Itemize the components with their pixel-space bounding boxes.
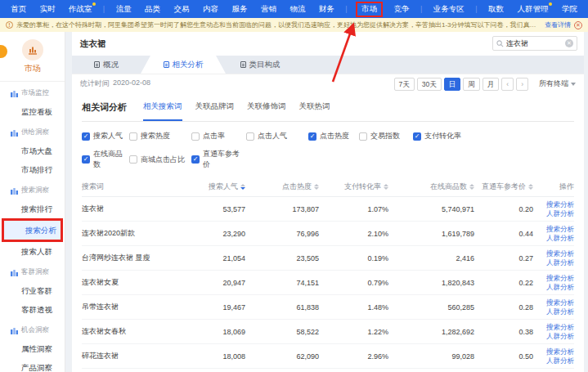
- keyword-cell: 连衣裙: [82, 204, 180, 214]
- column-header-搜索人气[interactable]: 搜索人气: [180, 182, 245, 192]
- date-controls: 7天30天日周月‹› 所有终端: [394, 78, 576, 91]
- nav-item-取数[interactable]: 取数: [486, 2, 506, 16]
- clear-search-icon[interactable]: ✕: [565, 39, 573, 47]
- range-button-7天[interactable]: 7天: [394, 78, 415, 91]
- sidebar-item-搜索分析[interactable]: 搜索分析: [4, 221, 61, 240]
- filter-点击率[interactable]: 点击率: [191, 131, 246, 141]
- action-link-人群分析[interactable]: 人群分析: [546, 307, 574, 316]
- nav-item-内容[interactable]: 内容: [200, 2, 221, 16]
- nav-item-物流[interactable]: 物流: [287, 2, 307, 16]
- nav-item-实时[interactable]: 实时: [37, 2, 57, 16]
- filter-点击人气[interactable]: 点击人气: [246, 131, 308, 141]
- nav-item-业务专区[interactable]: 业务专区: [431, 2, 467, 16]
- prev-button[interactable]: ‹: [501, 78, 514, 91]
- action-link-搜索分析[interactable]: 搜索分析: [546, 347, 574, 356]
- column-header-在线商品数[interactable]: 在线商品数: [388, 182, 474, 192]
- granularity-button-周[interactable]: 周: [463, 78, 480, 91]
- checkbox-搜索热度[interactable]: [129, 132, 137, 141]
- action-link-搜索分析[interactable]: 搜索分析: [546, 200, 574, 209]
- filter-点击热度[interactable]: ✓点击热度: [308, 131, 359, 141]
- action-link-搜索分析[interactable]: 搜索分析: [546, 298, 574, 307]
- value-cell: 1.07%: [319, 205, 388, 213]
- keyword-searchbox[interactable]: ✕: [492, 36, 577, 51]
- next-button[interactable]: ›: [516, 78, 528, 91]
- analysis-title: 相关词分析: [82, 101, 127, 121]
- sidebar-item-搜索排行[interactable]: 搜索排行: [0, 199, 65, 218]
- value-cell: 62,090: [245, 352, 319, 361]
- filter-在线商品数[interactable]: ✓在线商品数: [82, 149, 129, 170]
- checkbox-交易指数[interactable]: [359, 132, 367, 141]
- sidebar-item-属性洞察[interactable]: 属性洞察: [0, 339, 65, 358]
- filter-商城点击占比[interactable]: 商城点击占比: [129, 149, 191, 170]
- column-label: 操作: [559, 182, 574, 192]
- tab-类目构成[interactable]: 类目构成: [226, 56, 294, 74]
- action-link-搜索分析[interactable]: 搜索分析: [546, 249, 574, 258]
- checkbox-支付转化率[interactable]: ✓: [413, 132, 421, 141]
- value-cell: 0.22: [474, 279, 533, 287]
- subtab-关联品牌词[interactable]: 关联品牌词: [195, 101, 235, 121]
- nav-item-人群管理[interactable]: 人群管理: [514, 2, 550, 16]
- filter-直通车参考价[interactable]: ✓直通车参考价: [191, 149, 246, 170]
- column-header-点击热度[interactable]: 点击热度: [245, 182, 319, 192]
- terminal-select[interactable]: 所有终端: [539, 78, 576, 89]
- value-cell: 18,008: [180, 352, 245, 361]
- sidebar-item-市场排行[interactable]: 市场排行: [0, 160, 65, 179]
- value-cell: 58,522: [245, 328, 319, 336]
- nav-item-营销[interactable]: 营销: [258, 2, 279, 16]
- action-link-人群分析[interactable]: 人群分析: [546, 283, 574, 292]
- tab-label: 概况: [103, 60, 119, 70]
- checkbox-点击热度[interactable]: ✓: [308, 132, 316, 141]
- table-row: 台湾网纱连衣裙 显瘦21,05423,5050.19%2,4160.27搜索分析…: [82, 246, 574, 271]
- checkbox-在线商品数[interactable]: ✓: [82, 155, 90, 164]
- notice-close-icon[interactable]: ✕: [574, 21, 582, 29]
- subtab-相关搜索词[interactable]: 相关搜索词: [143, 101, 182, 121]
- subtab-关联修饰词[interactable]: 关联修饰词: [247, 101, 286, 121]
- column-header-直通车参考价[interactable]: 直通车参考价: [474, 182, 533, 192]
- value-cell: 560,285: [388, 303, 474, 311]
- action-link-人群分析[interactable]: 人群分析: [546, 209, 574, 218]
- action-link-搜索分析[interactable]: 搜索分析: [546, 323, 574, 332]
- action-link-人群分析[interactable]: 人群分析: [546, 234, 574, 243]
- sidebar-item-客群透视[interactable]: 客群透视: [0, 300, 65, 319]
- value-cell: 53,577: [180, 205, 245, 213]
- range-button-30天[interactable]: 30天: [417, 78, 442, 91]
- checkbox-点击率[interactable]: [191, 132, 200, 141]
- nav-item-学院[interactable]: 学院: [559, 2, 580, 16]
- action-link-搜索分析[interactable]: 搜索分析: [546, 274, 574, 283]
- tab-相关分析[interactable]: 相关分析: [141, 56, 226, 74]
- nav-item-市场[interactable]: 市场: [356, 2, 383, 17]
- sidebar-item-行业客群[interactable]: 行业客群: [0, 281, 65, 300]
- search-input[interactable]: [506, 39, 557, 47]
- notice-detail-link[interactable]: 查看详情: [545, 20, 571, 29]
- keyword-cell: 碎花连衣裙: [82, 351, 180, 361]
- sidebar-item-市场大盘[interactable]: 市场大盘: [0, 141, 65, 160]
- action-link-人群分析[interactable]: 人群分析: [546, 258, 574, 267]
- action-link-人群分析[interactable]: 人群分析: [546, 356, 574, 365]
- action-link-人群分析[interactable]: 人群分析: [546, 332, 574, 341]
- nav-item-服务[interactable]: 服务: [229, 2, 249, 16]
- nav-item-交易[interactable]: 交易: [172, 2, 192, 16]
- nav-item-作战室[interactable]: 作战室: [66, 2, 95, 16]
- filter-支付转化率[interactable]: ✓支付转化率: [413, 131, 487, 141]
- granularity-button-日[interactable]: 日: [444, 78, 461, 91]
- nav-item-首页[interactable]: 首页: [8, 2, 29, 16]
- column-header-支付转化率[interactable]: 支付转化率: [319, 182, 388, 192]
- sidebar-item-搜索人群[interactable]: 搜索人群: [0, 242, 65, 261]
- filter-搜索热度[interactable]: 搜索热度: [129, 131, 191, 141]
- checkbox-直通车参考价[interactable]: ✓: [191, 155, 200, 164]
- checkbox-搜索人气[interactable]: ✓: [82, 132, 90, 141]
- nav-item-财务[interactable]: 财务: [316, 2, 337, 16]
- nav-item-品类[interactable]: 品类: [142, 2, 163, 16]
- filter-搜索人气[interactable]: ✓搜索人气: [82, 131, 129, 141]
- sidebar-item-监控看板[interactable]: 监控看板: [0, 102, 65, 121]
- nav-item-流量[interactable]: 流量: [114, 2, 134, 16]
- granularity-button-月[interactable]: 月: [483, 78, 500, 91]
- checkbox-点击人气[interactable]: [246, 132, 254, 141]
- checkbox-商城点击占比[interactable]: [129, 155, 137, 164]
- subtab-关联热词[interactable]: 关联热词: [299, 101, 330, 121]
- sidebar-item-产品洞察[interactable]: 产品洞察: [0, 358, 65, 372]
- action-link-搜索分析[interactable]: 搜索分析: [546, 225, 574, 234]
- nav-item-竞争[interactable]: 竞争: [392, 2, 412, 16]
- filter-交易指数[interactable]: 交易指数: [359, 131, 413, 141]
- tab-概况[interactable]: 概况: [72, 56, 141, 74]
